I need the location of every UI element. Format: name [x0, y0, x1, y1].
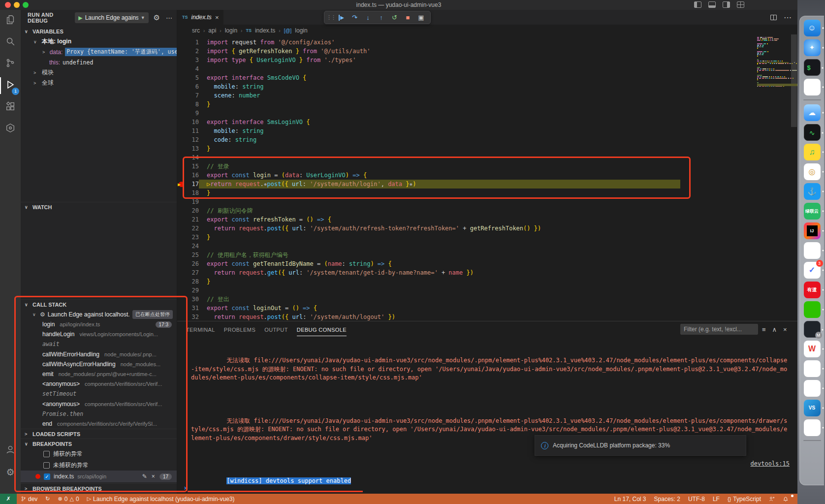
git-branch-item[interactable]: dev	[17, 496, 41, 503]
dock-edge-icon[interactable]	[804, 242, 821, 259]
panel-tab[interactable]: OUTPUT	[264, 322, 288, 336]
toggle-primary-sidebar-icon[interactable]	[694, 1, 701, 8]
code-line[interactable]: 15 // 登录	[177, 162, 757, 171]
code-line[interactable]: 14	[177, 153, 757, 162]
code-line[interactable]: 9	[177, 109, 757, 118]
manage-button[interactable]: ⚙	[0, 461, 21, 483]
minimap[interactable]	[757, 37, 789, 87]
code-line[interactable]: 30 // 登出	[177, 295, 757, 304]
callstack-frame[interactable]: <anonymous> components/Verifition/src/Ve…	[21, 379, 177, 389]
callstack-frame[interactable]: await	[21, 339, 177, 349]
panel-tab[interactable]: TERMINAL	[186, 322, 215, 336]
toggle-panel-icon[interactable]	[708, 1, 716, 8]
breakpoint-gutter[interactable]	[177, 64, 186, 73]
step-out-button[interactable]: ↑	[375, 12, 387, 23]
callstack-frame[interactable]: callWithAsyncErrorHandling node_modules.…	[21, 359, 177, 369]
breakpoint-gutter[interactable]	[177, 144, 186, 153]
breakpoint-gutter[interactable]	[177, 304, 186, 313]
stop-button[interactable]: ■	[402, 12, 414, 23]
sidebar-item-extensions[interactable]	[0, 96, 21, 118]
breakpoint-gutter[interactable]	[177, 162, 186, 171]
code-line[interactable]: 23 }	[177, 233, 757, 242]
debug-session-item[interactable]: ▷ Launch Edge against localhost (yudao-u…	[83, 496, 239, 503]
breakpoint-gutter[interactable]	[177, 197, 186, 206]
breadcrumb-index-ts[interactable]: index.ts	[255, 27, 275, 34]
breakpoint-gutter[interactable]	[177, 242, 186, 251]
problems-item[interactable]: ⊗0 △0	[54, 496, 83, 503]
loaded-scripts-section-header[interactable]: > LOADED SCRIPTS	[21, 429, 177, 439]
debug-console-output[interactable]: 无法读取 file:///Users/yunai/Java/yudao-ui-a…	[177, 338, 797, 494]
callstack-frame[interactable]: callWithErrorHandling node_modules/.pnp.…	[21, 349, 177, 359]
dock-docker-icon[interactable]: ⚓	[804, 183, 821, 200]
code-line[interactable]: 25 // 使用租户名，获得租户编号	[177, 251, 757, 259]
breakpoint-gutter[interactable]	[177, 233, 186, 242]
code-line[interactable]: 19	[177, 197, 757, 206]
drag-handle-icon[interactable]: ⋮⋮	[327, 12, 334, 23]
editor-scrollbar[interactable]	[791, 34, 797, 310]
code-line[interactable]: 27 return request.get({ url: '/system/te…	[177, 268, 757, 277]
code-line[interactable]: 4	[177, 64, 757, 73]
filter-icon[interactable]: ≡	[762, 326, 766, 333]
breakpoint-gutter[interactable]	[177, 251, 186, 259]
code-line[interactable]: 2 import { getRefreshToken } from '@/uti…	[177, 47, 757, 56]
callstack-frame[interactable]: <anonymous> components/Verifition/src/Ve…	[21, 399, 177, 409]
dock-wps-icon[interactable]: W	[804, 341, 821, 357]
code-line[interactable]: 31 export const loginOut = () => {	[177, 304, 757, 313]
checkbox-unchecked[interactable]	[43, 451, 50, 457]
close-tab-icon[interactable]: ×	[215, 14, 219, 21]
code-line[interactable]: 8 }	[177, 100, 757, 109]
dock-cloud-app-icon[interactable]: ☁	[804, 104, 821, 121]
breadcrumb-symbol-login[interactable]: login	[295, 27, 307, 34]
breakpoint-gutter[interactable]	[177, 259, 186, 268]
more-actions-icon[interactable]: ⋯	[166, 14, 173, 22]
dock-vscode-icon[interactable]: VS	[804, 400, 821, 416]
code-line[interactable]: 20 // 刷新访问令牌	[177, 206, 757, 215]
breadcrumb-login[interactable]: login	[225, 27, 237, 34]
code-line[interactable]: 7 scene: number	[177, 91, 757, 100]
dock-chrome2-icon[interactable]	[804, 360, 821, 377]
sidebar-item-extra-tool[interactable]	[0, 118, 21, 140]
cursor-position-item[interactable]: Ln 17, Col 3	[610, 496, 650, 503]
code-line[interactable]: 24	[177, 242, 757, 251]
dock-terminal-icon[interactable]: $	[804, 59, 821, 76]
breakpoint-gutter[interactable]	[177, 215, 186, 224]
variables-section-header[interactable]: ∨ VARIABLES	[21, 27, 177, 36]
breakpoint-gutter[interactable]	[177, 153, 186, 162]
console-source-link[interactable]: devtools:15	[751, 460, 790, 469]
breakpoint-gutter[interactable]	[177, 100, 186, 109]
code-line[interactable]: 1 import request from '@/config/axios'	[177, 38, 757, 47]
edit-breakpoint-icon[interactable]: ✎	[142, 473, 147, 480]
split-editor-icon[interactable]	[770, 15, 777, 20]
accounts-button[interactable]	[0, 440, 21, 461]
dock-intellij-idea-icon[interactable]: IJ	[804, 222, 821, 239]
code-line[interactable]: 16 export const login = (data: UserLogin…	[177, 171, 757, 180]
breakpoint-gutter[interactable]	[177, 286, 186, 295]
call-stack-section-header[interactable]: ∨ CALL STACK	[21, 299, 177, 309]
breakpoint-gutter[interactable]	[177, 206, 186, 215]
variable-row-data[interactable]: > data: Proxy {tenantName: '芋道源码', usern…	[21, 47, 177, 57]
maximize-panel-icon[interactable]: ∧	[772, 326, 777, 333]
code-line[interactable]: 32 return request.post({ url: '/system/a…	[177, 313, 757, 321]
encoding-item[interactable]: UTF-8	[684, 496, 709, 503]
eol-item[interactable]: LF	[709, 496, 724, 503]
dock-finder-icon[interactable]: ☺	[804, 20, 821, 36]
breakpoint-gutter[interactable]	[177, 171, 186, 180]
dock-activity-monitor-icon[interactable]: ∿	[804, 124, 821, 141]
code-line[interactable]: 13 }	[177, 144, 757, 153]
editor-more-actions-icon[interactable]: ⋯	[784, 13, 792, 22]
code-line[interactable]: 10 export interface SmsLoginVO {	[177, 118, 757, 126]
breakpoint-gutter[interactable]	[177, 268, 186, 277]
breakpoint-uncaught-exceptions[interactable]: 未捕获的异常	[21, 460, 177, 471]
notifications-item[interactable]	[779, 496, 793, 502]
code-area[interactable]: 1 import request from '@/config/axios' 2…	[177, 38, 757, 321]
dock-wechat-icon[interactable]	[804, 301, 821, 318]
breakpoints-section-header[interactable]: ∨ BREAKPOINTS	[21, 439, 177, 448]
tab-index-ts[interactable]: TS index.ts ×	[177, 10, 224, 25]
callstack-frame[interactable]: setTimeout	[21, 389, 177, 399]
toggle-secondary-sidebar-icon[interactable]	[723, 1, 730, 8]
code-line[interactable]: 6 mobile: string	[177, 82, 757, 91]
code-line[interactable]: 21 export const refreshToken = () => {	[177, 215, 757, 224]
breakpoint-gutter[interactable]: ▶	[177, 180, 186, 189]
continue-button[interactable]: ▶	[335, 12, 348, 23]
sync-item[interactable]: ↻	[41, 496, 54, 502]
